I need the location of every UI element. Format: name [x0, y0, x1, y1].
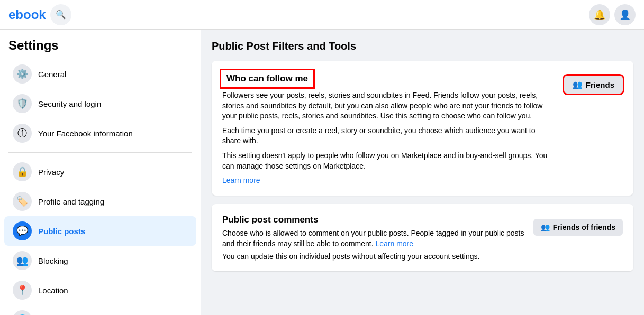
account-icon: 👤 [619, 9, 631, 21]
sidebar-title: Settings [0, 38, 201, 59]
comments-button-label: Friends of friends [553, 223, 615, 231]
comments-action: 👥 Friends of friends [533, 215, 623, 236]
comment-section: Public post comments Choose who is allow… [222, 215, 623, 261]
comments-learn-more-link[interactable]: Learn more [375, 239, 413, 248]
follow-desc-2: Each time you post or create a reel, sto… [222, 126, 556, 146]
public-comments-button[interactable]: 👥 Friends of friends [533, 219, 623, 236]
follow-desc-1: Followers see your posts, reels, stories… [222, 90, 556, 122]
lock-icon: 🔒 [13, 162, 32, 181]
comments-title: Public post comments [222, 215, 525, 225]
blocking-icon: 👥 [13, 251, 32, 270]
sidebar-item-language[interactable]: 🌐 Language and region [4, 305, 196, 315]
header-left: ebook 🔍 [8, 4, 71, 25]
sidebar-label-security: Security and login [38, 99, 101, 108]
sidebar-label-profile-tagging: Profile and tagging [38, 197, 104, 206]
location-icon: 📍 [13, 281, 32, 300]
sidebar-item-security[interactable]: 🛡️ Security and login [4, 89, 196, 118]
sidebar-item-facebook-info[interactable]: ⓕ Your Facebook information [4, 118, 196, 148]
comments-note: You can update this on individual posts … [222, 252, 525, 261]
bell-icon: 🔔 [594, 9, 605, 21]
notifications-button[interactable]: 🔔 [589, 4, 610, 25]
friends-of-friends-icon: 👥 [541, 223, 550, 231]
sidebar-label-blocking: Blocking [38, 256, 68, 265]
sidebar-item-public-posts[interactable]: 💬 Public posts [4, 216, 196, 246]
search-icon: 🔍 [56, 10, 66, 20]
header: ebook 🔍 🔔 👤 [0, 0, 644, 30]
sidebar-item-privacy[interactable]: 🔒 Privacy [4, 157, 196, 187]
sidebar-item-blocking[interactable]: 👥 Blocking [4, 246, 196, 275]
comment-text: Public post comments Choose who is allow… [222, 215, 525, 261]
sidebar-label-general: General [38, 70, 66, 79]
follow-text: Who can follow me Followers see your pos… [222, 71, 556, 185]
follow-section: Who can follow me Followers see your pos… [222, 71, 623, 185]
public-posts-icon: 💬 [13, 221, 32, 240]
facebook-info-icon: ⓕ [13, 124, 32, 143]
friends-icon: 👥 [573, 80, 583, 89]
follow-action: 👥 Friends [564, 71, 623, 185]
content-area: Public Post Filters and Tools Who can fo… [201, 30, 644, 315]
main-layout: Settings ⚙️ General 🛡️ Security and logi… [0, 30, 644, 315]
page-title: Public Post Filters and Tools [212, 40, 633, 52]
follow-button-label: Friends [586, 80, 614, 89]
header-right: 🔔 👤 [589, 4, 636, 25]
facebook-logo: ebook [8, 7, 46, 22]
who-can-follow-button[interactable]: 👥 Friends [564, 76, 623, 94]
account-button[interactable]: 👤 [614, 4, 636, 25]
comments-desc-1: Choose who is allowed to comment on your… [222, 228, 525, 249]
globe-icon: 🌐 [13, 310, 32, 315]
follow-me-card: Who can follow me Followers see your pos… [212, 61, 633, 196]
gear-icon: ⚙️ [13, 64, 32, 84]
sidebar-divider [8, 152, 192, 153]
sidebar-label-public-posts: Public posts [38, 227, 85, 236]
sidebar-label-facebook-info: Your Facebook information [38, 129, 133, 138]
follow-desc-3: This setting doesn't apply to people who… [222, 151, 556, 171]
sidebar-item-profile-tagging[interactable]: 🏷️ Profile and tagging [4, 187, 196, 216]
sidebar-item-location[interactable]: 📍 Location [4, 275, 196, 305]
comments-learn-more-label: Learn more [375, 239, 413, 248]
sidebar-label-privacy: Privacy [38, 168, 64, 177]
comments-card: Public post comments Choose who is allow… [212, 204, 633, 271]
sidebar-label-location: Location [38, 286, 68, 295]
sidebar-item-general[interactable]: ⚙️ General [4, 59, 196, 89]
follow-title: Who can follow me [222, 71, 312, 86]
sidebar: Settings ⚙️ General 🛡️ Security and logi… [0, 30, 201, 315]
tag-icon: 🏷️ [13, 192, 32, 211]
follow-learn-more-link[interactable]: Learn more [222, 176, 260, 184]
search-button[interactable]: 🔍 [50, 4, 71, 25]
shield-icon: 🛡️ [13, 94, 32, 113]
comments-desc-text: Choose who is allowed to comment on your… [222, 229, 524, 248]
